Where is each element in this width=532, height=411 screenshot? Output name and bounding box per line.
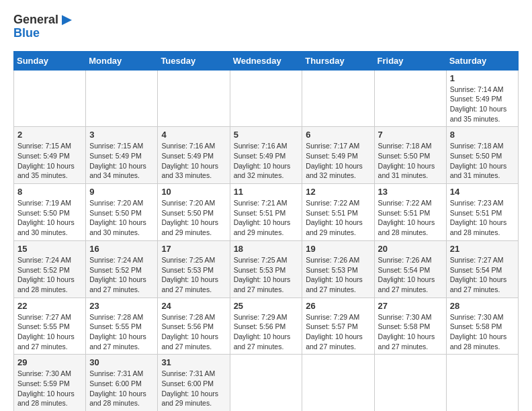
calendar-week-row: 15Sunrise: 7:24 AMSunset: 5:52 PMDayligh… [14, 240, 519, 298]
day-info: Sunrise: 7:30 AMSunset: 5:58 PMDaylight:… [378, 312, 443, 352]
day-info: Sunrise: 7:23 AMSunset: 5:51 PMDaylight:… [450, 198, 515, 238]
day-info: Sunrise: 7:16 AMSunset: 5:49 PMDaylight:… [234, 141, 299, 181]
day-info: Sunrise: 7:20 AMSunset: 5:50 PMDaylight:… [89, 198, 154, 238]
calendar-cell: 4Sunrise: 7:16 AMSunset: 5:49 PMDaylight… [158, 127, 230, 184]
day-info: Sunrise: 7:31 AMSunset: 6:00 PMDaylight:… [89, 369, 154, 408]
day-number: 24 [161, 301, 226, 311]
calendar-cell: 6Sunrise: 7:17 AMSunset: 5:49 PMDaylight… [302, 127, 374, 184]
day-number: 6 [306, 130, 370, 140]
day-number: 4 [161, 130, 226, 140]
day-number: 1 [450, 73, 515, 83]
calendar-week-row: 22Sunrise: 7:27 AMSunset: 5:55 PMDayligh… [14, 298, 519, 355]
calendar-cell [374, 355, 446, 411]
day-info: Sunrise: 7:29 AMSunset: 5:57 PMDaylight:… [306, 312, 370, 352]
calendar-cell: 1Sunrise: 7:14 AMSunset: 5:49 PMDaylight… [446, 70, 518, 127]
day-number: 27 [378, 301, 443, 311]
calendar-cell: 22Sunrise: 7:27 AMSunset: 5:55 PMDayligh… [14, 298, 86, 355]
calendar-cell: 17Sunrise: 7:25 AMSunset: 5:53 PMDayligh… [158, 240, 230, 298]
calendar-cell: 8Sunrise: 7:18 AMSunset: 5:50 PMDaylight… [446, 127, 518, 184]
calendar-cell: 27Sunrise: 7:30 AMSunset: 5:58 PMDayligh… [374, 298, 446, 355]
day-number: 8 [17, 187, 82, 197]
day-info: Sunrise: 7:22 AMSunset: 5:51 PMDaylight:… [378, 198, 443, 238]
day-number: 8 [450, 130, 515, 140]
day-number: 12 [306, 187, 370, 197]
calendar-cell [14, 70, 86, 127]
day-number: 31 [161, 357, 226, 367]
logo-container: General ▶ Blue [13, 13, 71, 40]
day-info: Sunrise: 7:20 AMSunset: 5:50 PMDaylight:… [161, 198, 226, 238]
calendar-table: SundayMondayTuesdayWednesdayThursdayFrid… [13, 51, 519, 411]
calendar-cell: 13Sunrise: 7:22 AMSunset: 5:51 PMDayligh… [374, 184, 446, 241]
calendar-week-row: 8Sunrise: 7:19 AMSunset: 5:50 PMDaylight… [14, 184, 519, 241]
calendar-cell: 21Sunrise: 7:27 AMSunset: 5:54 PMDayligh… [446, 240, 518, 298]
day-number: 23 [89, 301, 154, 311]
day-info: Sunrise: 7:16 AMSunset: 5:49 PMDaylight:… [161, 141, 226, 181]
calendar-cell: 16Sunrise: 7:24 AMSunset: 5:52 PMDayligh… [86, 240, 158, 298]
calendar-cell [230, 70, 302, 127]
calendar-cell: 29Sunrise: 7:30 AMSunset: 5:59 PMDayligh… [14, 355, 86, 411]
calendar-cell [158, 70, 230, 127]
day-info: Sunrise: 7:29 AMSunset: 5:56 PMDaylight:… [234, 312, 299, 352]
day-number: 16 [89, 244, 154, 254]
weekday-header-monday: Monday [86, 51, 158, 70]
day-number: 5 [234, 130, 299, 140]
calendar-week-row: 29Sunrise: 7:30 AMSunset: 5:59 PMDayligh… [14, 355, 519, 411]
calendar-cell: 20Sunrise: 7:26 AMSunset: 5:54 PMDayligh… [374, 240, 446, 298]
calendar-cell: 12Sunrise: 7:22 AMSunset: 5:51 PMDayligh… [302, 184, 374, 241]
calendar-cell: 15Sunrise: 7:24 AMSunset: 5:52 PMDayligh… [14, 240, 86, 298]
day-info: Sunrise: 7:27 AMSunset: 5:55 PMDaylight:… [17, 312, 82, 352]
day-info: Sunrise: 7:17 AMSunset: 5:49 PMDaylight:… [306, 141, 370, 181]
weekday-header-saturday: Saturday [446, 51, 518, 70]
calendar-cell: 26Sunrise: 7:29 AMSunset: 5:57 PMDayligh… [302, 298, 374, 355]
calendar-cell [302, 70, 374, 127]
weekday-header-tuesday: Tuesday [158, 51, 230, 70]
calendar-cell: 18Sunrise: 7:25 AMSunset: 5:53 PMDayligh… [230, 240, 302, 298]
calendar-week-row: 1Sunrise: 7:14 AMSunset: 5:49 PMDaylight… [14, 70, 519, 127]
calendar-header-row: SundayMondayTuesdayWednesdayThursdayFrid… [14, 51, 519, 70]
day-info: Sunrise: 7:30 AMSunset: 5:59 PMDaylight:… [17, 369, 82, 408]
calendar-week-row: 2Sunrise: 7:15 AMSunset: 5:49 PMDaylight… [14, 127, 519, 184]
calendar-cell: 7Sunrise: 7:18 AMSunset: 5:50 PMDaylight… [374, 127, 446, 184]
day-info: Sunrise: 7:22 AMSunset: 5:51 PMDaylight:… [306, 198, 370, 238]
logo-blue: Blue [13, 27, 71, 40]
day-info: Sunrise: 7:18 AMSunset: 5:50 PMDaylight:… [450, 141, 515, 181]
day-info: Sunrise: 7:30 AMSunset: 5:58 PMDaylight:… [450, 312, 515, 352]
calendar-cell: 24Sunrise: 7:28 AMSunset: 5:56 PMDayligh… [158, 298, 230, 355]
day-info: Sunrise: 7:15 AMSunset: 5:49 PMDaylight:… [17, 141, 82, 181]
calendar-cell: 5Sunrise: 7:16 AMSunset: 5:49 PMDaylight… [230, 127, 302, 184]
day-number: 7 [378, 130, 443, 140]
day-info: Sunrise: 7:26 AMSunset: 5:54 PMDaylight:… [378, 255, 443, 295]
calendar-cell [374, 70, 446, 127]
day-info: Sunrise: 7:24 AMSunset: 5:52 PMDaylight:… [89, 255, 154, 295]
calendar-cell: 30Sunrise: 7:31 AMSunset: 6:00 PMDayligh… [86, 355, 158, 411]
calendar-cell: 19Sunrise: 7:26 AMSunset: 5:53 PMDayligh… [302, 240, 374, 298]
calendar-cell: 8Sunrise: 7:19 AMSunset: 5:50 PMDaylight… [14, 184, 86, 241]
day-number: 17 [161, 244, 226, 254]
day-number: 19 [306, 244, 370, 254]
day-number: 15 [17, 244, 82, 254]
day-info: Sunrise: 7:31 AMSunset: 6:00 PMDaylight:… [161, 369, 226, 408]
day-number: 14 [450, 187, 515, 197]
logo-general: General ▶ [13, 13, 71, 27]
day-info: Sunrise: 7:19 AMSunset: 5:50 PMDaylight:… [17, 198, 82, 238]
calendar-cell: 10Sunrise: 7:20 AMSunset: 5:50 PMDayligh… [158, 184, 230, 241]
weekday-header-thursday: Thursday [302, 51, 374, 70]
day-info: Sunrise: 7:27 AMSunset: 5:54 PMDaylight:… [450, 255, 515, 295]
day-number: 9 [89, 187, 154, 197]
day-info: Sunrise: 7:14 AMSunset: 5:49 PMDaylight:… [450, 85, 515, 124]
day-number: 22 [17, 301, 82, 311]
day-info: Sunrise: 7:15 AMSunset: 5:49 PMDaylight:… [89, 141, 154, 181]
day-number: 20 [378, 244, 443, 254]
day-number: 18 [234, 244, 299, 254]
day-number: 13 [378, 187, 443, 197]
calendar-cell: 25Sunrise: 7:29 AMSunset: 5:56 PMDayligh… [230, 298, 302, 355]
day-number: 26 [306, 301, 370, 311]
calendar-cell: 14Sunrise: 7:23 AMSunset: 5:51 PMDayligh… [446, 184, 518, 241]
calendar-cell [446, 355, 518, 411]
day-info: Sunrise: 7:25 AMSunset: 5:53 PMDaylight:… [161, 255, 226, 295]
day-info: Sunrise: 7:26 AMSunset: 5:53 PMDaylight:… [306, 255, 370, 295]
day-number: 28 [450, 301, 515, 311]
calendar-cell: 31Sunrise: 7:31 AMSunset: 6:00 PMDayligh… [158, 355, 230, 411]
day-info: Sunrise: 7:24 AMSunset: 5:52 PMDaylight:… [17, 255, 82, 295]
calendar-cell: 2Sunrise: 7:15 AMSunset: 5:49 PMDaylight… [14, 127, 86, 184]
